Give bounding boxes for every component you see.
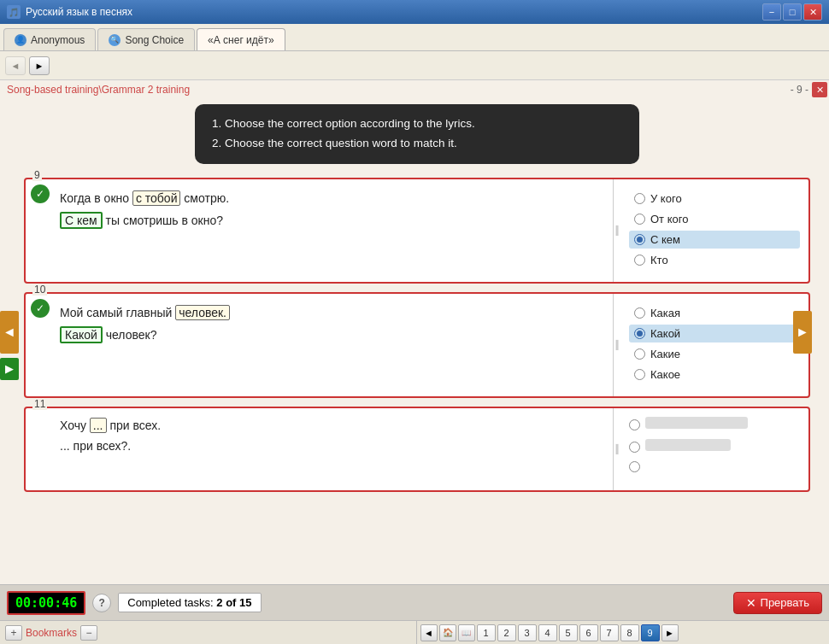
tab-song-choice[interactable]: 🔍 Song Choice (97, 28, 195, 50)
scroll-content[interactable]: 1. Choose the correct option according t… (0, 99, 829, 577)
window-title: Русский язык в песнях (26, 6, 132, 18)
radio-9-2[interactable] (634, 214, 645, 225)
tab-song-choice-label: Song Choice (125, 34, 184, 46)
answer-11: ... при всех?. (36, 439, 603, 453)
tab-song-label: «А снег идёт» (208, 34, 274, 46)
option-9-1[interactable]: У кого (629, 190, 800, 208)
bottom-bars: + Bookmarks − ◄ 🏠 📖 1 2 3 4 5 6 7 8 9 ► (0, 620, 829, 644)
sentence-10: Мой самый главный человек. (36, 306, 603, 319)
option-11-2[interactable] (629, 439, 800, 456)
window-controls: − □ ✕ (762, 3, 822, 20)
page-5[interactable]: 5 (559, 624, 578, 641)
question-number-10: 10 (32, 284, 47, 296)
stop-label: Прервать (761, 596, 809, 609)
question-block-9: 9 ✓ Когда в окно с тобой смотрю. С кем т… (24, 178, 810, 284)
question-block-11: 11 Хочу ... при всех. ... при всех?. ║ (24, 407, 810, 492)
forward-button[interactable]: ► (29, 56, 50, 75)
content-close-button[interactable]: ✕ (812, 82, 827, 97)
page-number: - 9 - (791, 84, 808, 96)
divider-9: ║ (614, 179, 620, 282)
tab-song[interactable]: «А снег идёт» (197, 28, 285, 50)
page-home-button[interactable]: 🏠 (439, 624, 456, 641)
completed-icon-10: ✓ (31, 299, 50, 318)
radio-10-1[interactable] (634, 307, 645, 319)
question-left-10: Мой самый главный человек. Какой человек… (26, 294, 614, 396)
radio-9-4[interactable] (634, 255, 645, 266)
question-number-11: 11 (32, 398, 47, 410)
option-9-3[interactable]: С кем (629, 231, 800, 249)
breadcrumb-bar: Song-based training\Grammar 2 training -… (0, 80, 829, 99)
option-label-10-1: Какая (650, 307, 680, 319)
radio-10-2[interactable] (634, 328, 645, 339)
option-label-10-2: Какой (650, 327, 680, 340)
option-10-3[interactable]: Какие (629, 345, 800, 363)
option-9-4[interactable]: Кто (629, 251, 800, 269)
radio-11-1[interactable] (629, 419, 640, 430)
answer-box-9: С кем (60, 212, 103, 229)
page-next-button[interactable]: ► (661, 624, 679, 641)
divider-10: ║ (614, 294, 620, 396)
page-7[interactable]: 7 (600, 624, 619, 641)
option-9-2[interactable]: От кого (629, 210, 800, 228)
radio-10-3[interactable] (634, 348, 645, 360)
page-6[interactable]: 6 (579, 624, 598, 641)
page-8[interactable]: 8 (620, 624, 639, 641)
option-label-9-2: От кого (650, 213, 688, 225)
question-block-10: 10 ✓ Мой самый главный человек. Какой че… (24, 292, 810, 398)
completed-display: Completed tasks: 2 of 15 (118, 593, 261, 612)
page-book-button[interactable]: 📖 (458, 624, 475, 641)
next-arrow[interactable]: ► (793, 311, 812, 354)
option-10-1[interactable]: Какая (629, 304, 800, 322)
timer-display: 00:00:46 (7, 591, 85, 615)
radio-9-3[interactable] (634, 234, 645, 245)
tab-anonymous[interactable]: 👤 Anonymous (3, 28, 96, 50)
prev-arrow[interactable]: ◄ (0, 311, 19, 354)
page-2[interactable]: 2 (497, 624, 516, 641)
page-9[interactable]: 9 (641, 624, 660, 641)
song-choice-icon: 🔍 (109, 34, 121, 46)
option-10-2[interactable]: Какой (629, 325, 800, 342)
tab-bar: 👤 Anonymous 🔍 Song Choice «А снег идёт» (0, 24, 829, 51)
radio-11-2[interactable] (629, 442, 640, 453)
question-number-9: 9 (32, 169, 42, 181)
play-button[interactable]: ▶ (0, 358, 19, 380)
help-button[interactable]: ? (92, 594, 111, 612)
sentence-11: Хочу ... при всех. (36, 419, 603, 432)
minimize-button[interactable]: − (762, 3, 781, 20)
question-right-10: Какая Какой Какие Какое (620, 294, 808, 396)
back-button[interactable]: ◄ (5, 56, 26, 75)
maximize-button[interactable]: □ (783, 3, 802, 20)
content-area: ✕ ◄ ▶ ► Song-based training\Grammar 2 tr… (0, 80, 829, 584)
radio-9-1[interactable] (634, 193, 645, 204)
bookmark-bar: + Bookmarks − (0, 620, 416, 644)
page-prev-button[interactable]: ◄ (420, 624, 438, 641)
option-label-10-3: Какие (650, 348, 680, 360)
completed-label: Completed tasks: (127, 596, 213, 609)
instruction-line-1: 1. Choose the correct option according t… (212, 114, 622, 134)
grey-option-11-2 (645, 439, 731, 451)
radio-10-4[interactable] (634, 369, 645, 380)
close-window-button[interactable]: ✕ (803, 3, 822, 20)
highlight-11: ... (90, 418, 107, 433)
page-3[interactable]: 3 (518, 624, 537, 641)
option-label-9-3: С кем (650, 233, 680, 246)
app-icon: 🎵 (7, 5, 21, 19)
instruction-line-2: 2. Choose the correct question word to m… (212, 134, 622, 154)
stop-icon: ✕ (746, 596, 756, 610)
option-11-3[interactable] (629, 461, 800, 472)
radio-11-3[interactable] (629, 461, 640, 472)
option-10-4[interactable]: Какое (629, 366, 800, 383)
answer-10: Какой человек? (36, 326, 603, 343)
breadcrumb: Song-based training\Grammar 2 training (7, 84, 190, 96)
bookmarks-label[interactable]: Bookmarks (26, 627, 77, 639)
toolbar: ◄ ► (0, 51, 829, 80)
page-4[interactable]: 4 (538, 624, 557, 641)
page-1[interactable]: 1 (477, 624, 496, 641)
option-11-1[interactable] (629, 417, 800, 434)
remove-bookmark-button[interactable]: − (80, 625, 97, 641)
option-label-9-1: У кого (650, 192, 682, 205)
add-bookmark-button[interactable]: + (5, 625, 22, 641)
stop-button[interactable]: ✕ Прервать (733, 592, 822, 614)
sentence-9: Когда в окно с тобой смотрю. (36, 191, 603, 205)
anonymous-icon: 👤 (15, 34, 26, 46)
